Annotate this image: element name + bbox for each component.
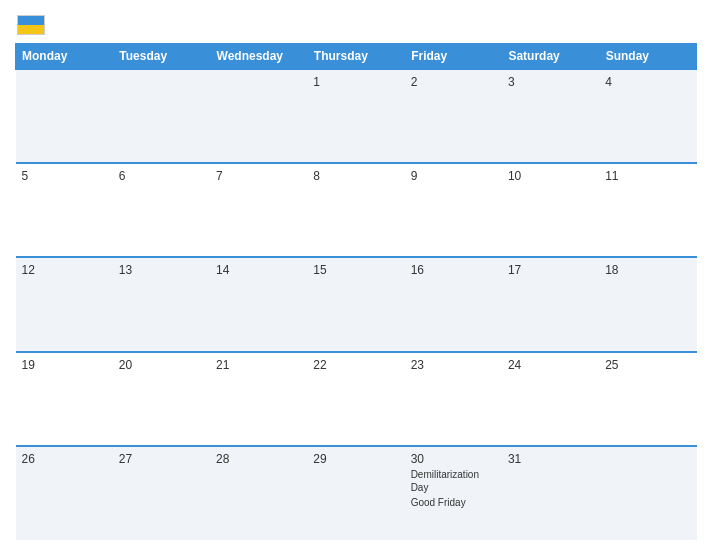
calendar-cell: 5: [16, 163, 113, 257]
day-number: 15: [313, 263, 398, 277]
day-number: 20: [119, 358, 204, 372]
calendar-header: [15, 10, 697, 43]
calendar-event: Good Friday: [411, 496, 496, 509]
day-number: 4: [605, 75, 690, 89]
calendar-cell: 6: [113, 163, 210, 257]
calendar-cell: 7: [210, 163, 307, 257]
calendar-cell: 19: [16, 352, 113, 446]
calendar-cell: [16, 69, 113, 163]
calendar-cell: 23: [405, 352, 502, 446]
calendar-cell: 20: [113, 352, 210, 446]
day-number: 8: [313, 169, 398, 183]
day-number: 5: [22, 169, 107, 183]
calendar-cell: 29: [307, 446, 404, 540]
day-number: 26: [22, 452, 107, 466]
day-number: 21: [216, 358, 301, 372]
calendar-cell: 31: [502, 446, 599, 540]
day-number: 28: [216, 452, 301, 466]
day-number: 10: [508, 169, 593, 183]
weekday-header-saturday: Saturday: [502, 44, 599, 70]
calendar-cell: 14: [210, 257, 307, 351]
calendar-cell: 18: [599, 257, 696, 351]
calendar-week-row: 12131415161718: [16, 257, 697, 351]
weekday-header-tuesday: Tuesday: [113, 44, 210, 70]
calendar-week-row: 1234: [16, 69, 697, 163]
calendar-event: Demilitarization Day: [411, 468, 496, 494]
calendar-header-row: MondayTuesdayWednesdayThursdayFridaySatu…: [16, 44, 697, 70]
calendar-table: MondayTuesdayWednesdayThursdayFridaySatu…: [15, 43, 697, 540]
calendar-cell: 27: [113, 446, 210, 540]
day-number: 14: [216, 263, 301, 277]
logo-flag: [17, 15, 45, 35]
day-number: 12: [22, 263, 107, 277]
day-number: 7: [216, 169, 301, 183]
calendar-cell: 21: [210, 352, 307, 446]
calendar-cell: 24: [502, 352, 599, 446]
calendar-cell: 10: [502, 163, 599, 257]
calendar-cell: 8: [307, 163, 404, 257]
day-number: 11: [605, 169, 690, 183]
day-number: 18: [605, 263, 690, 277]
day-number: 13: [119, 263, 204, 277]
day-number: 2: [411, 75, 496, 89]
day-number: 6: [119, 169, 204, 183]
calendar-cell: [113, 69, 210, 163]
calendar-cell: 17: [502, 257, 599, 351]
day-number: 1: [313, 75, 398, 89]
calendar-cell: 4: [599, 69, 696, 163]
day-number: 25: [605, 358, 690, 372]
calendar-cell: 16: [405, 257, 502, 351]
weekday-header-wednesday: Wednesday: [210, 44, 307, 70]
calendar-week-row: 567891011: [16, 163, 697, 257]
day-number: 9: [411, 169, 496, 183]
calendar-cell: [210, 69, 307, 163]
weekday-header-monday: Monday: [16, 44, 113, 70]
calendar-cell: 28: [210, 446, 307, 540]
day-number: 31: [508, 452, 593, 466]
day-number: 24: [508, 358, 593, 372]
calendar-cell: 11: [599, 163, 696, 257]
calendar-cell: 3: [502, 69, 599, 163]
calendar-cell: 15: [307, 257, 404, 351]
day-number: 22: [313, 358, 398, 372]
calendar-cell: 26: [16, 446, 113, 540]
calendar-cell: 2: [405, 69, 502, 163]
calendar-cell: 9: [405, 163, 502, 257]
day-number: 27: [119, 452, 204, 466]
day-number: 3: [508, 75, 593, 89]
calendar-page: MondayTuesdayWednesdayThursdayFridaySatu…: [0, 0, 712, 550]
calendar-cell: 12: [16, 257, 113, 351]
calendar-cell: 25: [599, 352, 696, 446]
weekday-header-sunday: Sunday: [599, 44, 696, 70]
day-number: 30: [411, 452, 496, 466]
day-number: 17: [508, 263, 593, 277]
calendar-week-row: 19202122232425: [16, 352, 697, 446]
day-number: 23: [411, 358, 496, 372]
calendar-cell: 1: [307, 69, 404, 163]
calendar-cell: 13: [113, 257, 210, 351]
calendar-cell: 22: [307, 352, 404, 446]
day-number: 19: [22, 358, 107, 372]
logo: [15, 15, 45, 35]
calendar-week-row: 2627282930Demilitarization DayGood Frida…: [16, 446, 697, 540]
calendar-cell: 30Demilitarization DayGood Friday: [405, 446, 502, 540]
weekday-header-thursday: Thursday: [307, 44, 404, 70]
calendar-cell: [599, 446, 696, 540]
day-number: 29: [313, 452, 398, 466]
day-number: 16: [411, 263, 496, 277]
weekday-header-friday: Friday: [405, 44, 502, 70]
